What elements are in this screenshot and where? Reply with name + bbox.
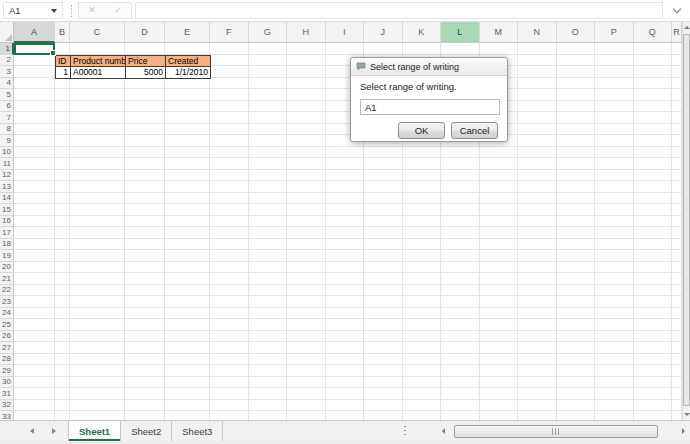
- tab-nav-right-icon[interactable]: [52, 428, 56, 434]
- row-header-31[interactable]: 31: [0, 388, 14, 400]
- row-header-13[interactable]: 13: [0, 181, 14, 193]
- column-header-H[interactable]: H: [287, 22, 326, 43]
- formula-bar-expand-icon[interactable]: [667, 2, 687, 19]
- cancel-button[interactable]: Cancel: [451, 122, 498, 139]
- cell-E3[interactable]: 1/1/2010: [166, 67, 211, 79]
- row-header-3[interactable]: 3: [0, 66, 14, 78]
- column-header-P[interactable]: P: [595, 22, 634, 43]
- row-header-17[interactable]: 17: [0, 227, 14, 239]
- row-header-2[interactable]: 2: [0, 55, 14, 67]
- cell-D2[interactable]: Price: [126, 56, 166, 68]
- name-box[interactable]: A1: [3, 2, 63, 19]
- row-header-24[interactable]: 24: [0, 308, 14, 320]
- horizontal-scrollbar[interactable]: [438, 424, 688, 438]
- column-header-L[interactable]: L: [441, 22, 480, 43]
- column-header-M[interactable]: M: [480, 22, 519, 43]
- cell-C3[interactable]: A00001: [71, 67, 126, 79]
- grid-row-line: [14, 262, 682, 274]
- formula-input[interactable]: [135, 2, 663, 19]
- row-header-20[interactable]: 20: [0, 262, 14, 274]
- vertical-scrollbar-thumb[interactable]: [683, 34, 690, 406]
- row-header-26[interactable]: 26: [0, 331, 14, 343]
- sheet-tab-sheet3[interactable]: Sheet3: [172, 421, 223, 441]
- column-header-C[interactable]: C: [70, 22, 125, 43]
- dialog-message: Select range of writing.: [360, 81, 498, 92]
- grid-row-line: [14, 250, 682, 262]
- row-header-6[interactable]: 6: [0, 101, 14, 113]
- cell-E2[interactable]: Created: [166, 56, 211, 68]
- row-header-32[interactable]: 32: [0, 400, 14, 412]
- row-header-33[interactable]: 33: [0, 411, 14, 420]
- horizontal-scrollbar-thumb[interactable]: [454, 425, 658, 438]
- grid-row-line: [14, 112, 682, 124]
- cell-B3[interactable]: 1: [56, 67, 71, 79]
- ok-button[interactable]: OK: [398, 122, 445, 139]
- horizontal-scrollbar-track[interactable]: [448, 425, 678, 438]
- row-header-16[interactable]: 16: [0, 216, 14, 228]
- grid-row-line: [14, 308, 682, 320]
- scroll-left-icon[interactable]: [438, 424, 448, 438]
- row-header-14[interactable]: 14: [0, 193, 14, 205]
- column-header-D[interactable]: D: [125, 22, 165, 43]
- row-header-8[interactable]: 8: [0, 124, 14, 136]
- scroll-right-icon[interactable]: [678, 424, 688, 438]
- tab-scroll-splitter[interactable]: [404, 426, 406, 437]
- grid-row-line: [14, 319, 682, 331]
- column-header-A[interactable]: A: [14, 22, 55, 43]
- range-input[interactable]: [360, 99, 500, 115]
- row-header-4[interactable]: 4: [0, 78, 14, 90]
- grid-cells[interactable]: 1234567891011121314151617181920212223242…: [0, 43, 682, 420]
- row-header-23[interactable]: 23: [0, 296, 14, 308]
- row-header-9[interactable]: 9: [0, 135, 14, 147]
- select-all-corner[interactable]: [0, 22, 14, 43]
- row-header-12[interactable]: 12: [0, 170, 14, 182]
- vertical-scrollbar[interactable]: [682, 22, 690, 420]
- row-header-18[interactable]: 18: [0, 239, 14, 251]
- row-header-30[interactable]: 30: [0, 377, 14, 389]
- column-header-E[interactable]: E: [165, 22, 210, 43]
- data-table: IDProduct numberPriceCreated1A0000150001…: [55, 55, 211, 79]
- scroll-up-icon[interactable]: [683, 22, 690, 33]
- cell-B2[interactable]: ID: [56, 56, 71, 68]
- sheet-tab-sheet2[interactable]: Sheet2: [121, 421, 172, 441]
- column-headers: ABCDEFGHIJKLMNOPQR: [0, 22, 682, 43]
- column-header-K[interactable]: K: [403, 22, 442, 43]
- column-header-I[interactable]: I: [326, 22, 365, 43]
- grid-row-line: [14, 135, 682, 147]
- row-header-10[interactable]: 10: [0, 147, 14, 159]
- cell-D3[interactable]: 5000: [126, 67, 166, 79]
- row-header-28[interactable]: 28: [0, 354, 14, 366]
- row-header-5[interactable]: 5: [0, 89, 14, 101]
- cancel-entry-icon[interactable]: ✕: [88, 6, 96, 15]
- tab-nav-left-icon[interactable]: [30, 428, 34, 434]
- spreadsheet-grid[interactable]: ABCDEFGHIJKLMNOPQR 123456789101112131415…: [0, 22, 682, 420]
- column-header-Q[interactable]: Q: [634, 22, 673, 43]
- name-box-dropdown-icon[interactable]: [51, 9, 57, 13]
- grid-row-line: [14, 377, 682, 389]
- column-header-G[interactable]: G: [249, 22, 288, 43]
- scroll-down-icon[interactable]: [683, 409, 690, 420]
- column-header-J[interactable]: J: [364, 22, 403, 43]
- row-header-22[interactable]: 22: [0, 285, 14, 297]
- row-header-25[interactable]: 25: [0, 319, 14, 331]
- row-header-21[interactable]: 21: [0, 273, 14, 285]
- confirm-entry-icon[interactable]: ✓: [114, 6, 122, 15]
- dialog-titlebar[interactable]: Select range of writing: [351, 58, 507, 76]
- column-header-F[interactable]: F: [210, 22, 249, 43]
- row-header-29[interactable]: 29: [0, 365, 14, 377]
- column-header-O[interactable]: O: [557, 22, 596, 43]
- row-header-15[interactable]: 15: [0, 204, 14, 216]
- grid-row-line: [14, 400, 682, 412]
- column-header-N[interactable]: N: [518, 22, 557, 43]
- selected-cell-A1[interactable]: [14, 43, 55, 55]
- row-header-11[interactable]: 11: [0, 158, 14, 170]
- sheet-tab-sheet1[interactable]: Sheet1: [68, 421, 121, 441]
- cell-C2[interactable]: Product number: [71, 56, 126, 68]
- excel-window: A1 ✕ ✓ ABCDEFGHIJKLMNOPQR 12345678910111…: [0, 0, 690, 444]
- row-header-19[interactable]: 19: [0, 250, 14, 262]
- row-header-27[interactable]: 27: [0, 342, 14, 354]
- row-header-1[interactable]: 1: [0, 43, 14, 55]
- column-header-R[interactable]: R: [672, 22, 682, 43]
- row-header-7[interactable]: 7: [0, 112, 14, 124]
- column-header-B[interactable]: B: [55, 22, 70, 43]
